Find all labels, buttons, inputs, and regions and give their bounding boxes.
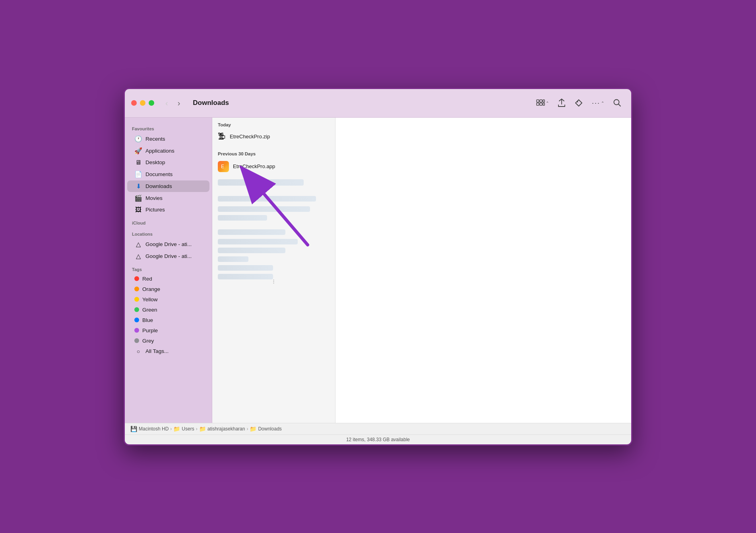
pane-divider: ⁝ — [273, 278, 275, 285]
sidebar-item-downloads[interactable]: ⬇ Downloads — [127, 180, 209, 192]
yellow-tag-dot — [134, 297, 139, 302]
breadcrumb-downloads[interactable]: 📁 Downloads — [250, 426, 281, 432]
sidebar-item-desktop[interactable]: 🖥 Desktop — [127, 157, 209, 168]
sidebar-item-movies[interactable]: 🎬 Movies — [127, 192, 209, 204]
sidebar-item-gdrive1[interactable]: △ Google Drive - ati... — [127, 238, 209, 250]
svg-rect-3 — [537, 103, 539, 105]
blurred-section-2 — [212, 190, 335, 225]
toolbar: ‹ › Downloads ⌃ — [125, 89, 631, 118]
sidebar-item-recents-label: Recents — [145, 136, 165, 142]
sidebar-section-locations: Locations — [125, 227, 212, 238]
user-folder-icon: 📁 — [199, 426, 206, 432]
blurred-row-3f — [218, 274, 273, 279]
breadcrumb-sep-2: › — [196, 426, 198, 432]
sidebar-section-tags: Tags — [125, 262, 212, 273]
traffic-lights — [131, 100, 154, 106]
sidebar-item-orange[interactable]: Orange — [127, 284, 209, 294]
breadcrumb-user-label: atishrajasekharan — [207, 426, 245, 432]
sidebar-item-pictures[interactable]: 🖼 Pictures — [127, 204, 209, 215]
recents-icon: 🕐 — [134, 135, 142, 143]
sidebar-item-pictures-label: Pictures — [145, 207, 165, 213]
breadcrumb-sep-3: › — [246, 426, 248, 432]
file-item-zip-name: EtreCheckPro.zip — [230, 134, 270, 140]
window-title: Downloads — [193, 99, 229, 107]
downloads-icon: ⬇ — [134, 182, 142, 190]
sidebar-item-gdrive2[interactable]: △ Google Drive - ati... — [127, 250, 209, 262]
blurred-row-3e — [218, 265, 273, 271]
sidebar-item-documents-label: Documents — [145, 171, 173, 177]
blurred-section-3 — [212, 225, 335, 283]
applications-icon: 🚀 — [134, 147, 142, 155]
finder-window: ‹ › Downloads ⌃ — [124, 88, 632, 446]
back-button[interactable]: ‹ — [162, 97, 171, 109]
sidebar-item-movies-label: Movies — [145, 195, 163, 201]
sidebar-item-yellow[interactable]: Yellow — [127, 295, 209, 304]
more-button[interactable]: ··· ⌃ — [589, 97, 607, 110]
sidebar-item-green[interactable]: Green — [127, 305, 209, 315]
desktop-icon: 🖥 — [134, 159, 142, 166]
breadcrumb-downloads-label: Downloads — [258, 426, 281, 432]
blurred-row — [218, 179, 304, 186]
sidebar-resize-handle[interactable] — [210, 118, 212, 423]
maximize-button[interactable] — [149, 100, 154, 106]
sidebar-item-desktop-label: Desktop — [145, 159, 165, 165]
sidebar-item-applications[interactable]: 🚀 Applications — [127, 145, 209, 157]
downloads-folder-icon: 📁 — [250, 426, 256, 432]
blurred-row-3b — [218, 239, 298, 244]
file-group-today-header: Today — [212, 118, 335, 130]
svg-point-6 — [577, 101, 578, 103]
documents-icon: 📄 — [134, 171, 142, 178]
tag-button[interactable] — [571, 96, 586, 110]
minimize-button[interactable] — [140, 100, 145, 106]
sidebar-item-alltags-label: All Tags... — [145, 348, 169, 354]
sidebar-item-applications-label: Applications — [145, 148, 174, 154]
blurred-row-3d — [218, 256, 248, 262]
main-area: Favourites 🕐 Recents 🚀 Applications 🖥 De… — [125, 118, 631, 423]
app-file-icon: E — [218, 161, 229, 172]
file-group-30days-header: Previous 30 Days — [212, 147, 335, 159]
detail-pane — [335, 118, 631, 423]
sidebar-section-favourites: Favourites — [125, 122, 212, 133]
purple-tag-dot — [134, 328, 139, 333]
blue-tag-dot — [134, 318, 139, 322]
toolbar-icon-group: ⌃ ··· ⌃ — [533, 96, 625, 110]
blurred-row-2b — [218, 206, 310, 212]
sidebar-item-recents[interactable]: 🕐 Recents — [127, 133, 209, 145]
macintoshhd-icon: 💾 — [130, 426, 137, 432]
svg-rect-4 — [540, 103, 542, 105]
file-item-app[interactable]: E EtreCheckPro.app — [212, 159, 335, 174]
breadcrumb-user[interactable]: 📁 atishrajasekharan — [199, 426, 245, 432]
file-item-app-name: EtreCheckPro.app — [233, 163, 275, 169]
svg-text:E: E — [221, 164, 224, 169]
forward-button[interactable]: › — [174, 97, 184, 109]
breadcrumb-users[interactable]: 📁 Users — [173, 426, 194, 432]
gdrive2-icon: △ — [134, 252, 142, 260]
sidebar-item-alltags[interactable]: ○ All Tags... — [127, 346, 209, 357]
blurred-row-3a — [218, 229, 285, 235]
share-button[interactable] — [554, 96, 569, 110]
file-item-zip[interactable]: 🗜 EtreCheckPro.zip — [212, 130, 335, 143]
sidebar-item-red[interactable]: Red — [127, 274, 209, 284]
sidebar-item-purple-label: Purple — [142, 328, 158, 333]
orange-tag-dot — [134, 287, 139, 291]
sidebar: Favourites 🕐 Recents 🚀 Applications 🖥 De… — [125, 118, 212, 423]
status-item-count: 12 items, 348.33 GB available — [125, 435, 631, 444]
sidebar-section-icloud: iCloud — [125, 216, 212, 227]
search-button[interactable] — [610, 96, 625, 110]
view-button[interactable]: ⌃ — [533, 97, 552, 109]
svg-rect-2 — [543, 100, 545, 102]
alltags-icon: ○ — [134, 348, 142, 355]
close-button[interactable] — [131, 100, 137, 106]
users-folder-icon: 📁 — [173, 426, 180, 432]
sidebar-item-purple[interactable]: Purple — [127, 326, 209, 335]
file-list-pane: Today 🗜 EtreCheckPro.zip Previous 30 Day… — [212, 118, 335, 423]
content-pane: Today 🗜 EtreCheckPro.zip Previous 30 Day… — [212, 118, 631, 423]
sidebar-item-grey[interactable]: Grey — [127, 336, 209, 346]
sidebar-item-yellow-label: Yellow — [142, 297, 158, 302]
breadcrumb-macintoshhd[interactable]: 💾 Macintosh HD — [130, 426, 169, 432]
sidebar-item-blue-label: Blue — [142, 317, 153, 323]
movies-icon: 🎬 — [134, 194, 142, 202]
sidebar-item-documents[interactable]: 📄 Documents — [127, 169, 209, 180]
gdrive1-icon: △ — [134, 240, 142, 248]
sidebar-item-blue[interactable]: Blue — [127, 315, 209, 325]
